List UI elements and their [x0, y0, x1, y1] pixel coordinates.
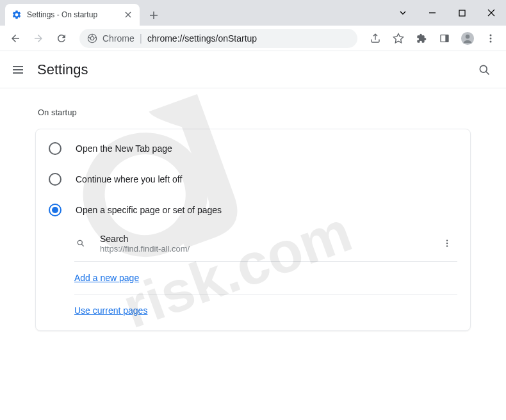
minimize-button[interactable] — [418, 0, 447, 26]
window-titlebar: Settings - On startup — [0, 0, 506, 26]
maximize-button[interactable] — [447, 0, 477, 26]
radio-label: Open the New Tab page — [76, 143, 172, 154]
close-button[interactable] — [477, 0, 506, 26]
back-button[interactable] — [5, 28, 26, 49]
forward-button[interactable] — [28, 28, 49, 49]
chrome-icon — [87, 33, 97, 44]
svg-point-2 — [90, 36, 94, 40]
startup-page-row: Search https://find.findit-all.com/ — [74, 225, 457, 262]
svg-point-11 — [78, 240, 82, 245]
bookmark-icon[interactable] — [388, 28, 409, 49]
omnibox-separator: | — [140, 33, 142, 44]
radio-specific-pages[interactable]: Open a specific page or set of pages — [36, 195, 470, 225]
radio-continue[interactable]: Continue where you left off — [36, 164, 470, 195]
radio-icon — [49, 173, 61, 186]
radio-label: Open a specific page or set of pages — [76, 205, 222, 215]
radio-icon — [49, 142, 61, 155]
extensions-icon[interactable] — [411, 28, 432, 49]
browser-toolbar: Chrome | chrome://settings/onStartup — [0, 26, 506, 51]
svg-point-12 — [446, 239, 448, 241]
browser-tab[interactable]: Settings - On startup — [5, 4, 140, 26]
svg-point-13 — [446, 243, 448, 244]
address-bar[interactable]: Chrome | chrome://settings/onStartup — [79, 29, 357, 48]
section-title: On startup — [35, 101, 471, 129]
hamburger-icon[interactable] — [10, 62, 26, 77]
gear-icon — [12, 10, 22, 20]
menu-icon[interactable] — [480, 28, 501, 49]
sidepanel-icon[interactable] — [434, 28, 455, 49]
profile-icon[interactable] — [457, 28, 478, 49]
use-current-row: Use current pages — [74, 295, 457, 327]
svg-point-9 — [490, 40, 492, 42]
page-title: Settings — [37, 61, 88, 78]
new-tab-button[interactable] — [145, 6, 163, 24]
svg-rect-4 — [445, 35, 448, 42]
use-current-link[interactable]: Use current pages — [74, 305, 147, 316]
startup-pages-list: Search https://find.findit-all.com/ Add … — [74, 225, 457, 327]
add-page-row: Add a new page — [74, 262, 457, 295]
radio-new-tab[interactable]: Open the New Tab page — [36, 133, 470, 164]
svg-point-14 — [446, 245, 448, 246]
settings-header: Settings — [0, 51, 506, 88]
omnibox-url: chrome://settings/onStartup — [147, 33, 257, 44]
chevron-down-icon[interactable] — [388, 0, 418, 26]
omnibox-scheme: Chrome — [102, 33, 135, 44]
svg-point-7 — [490, 34, 492, 36]
svg-rect-0 — [459, 10, 465, 16]
magnifier-icon — [74, 237, 87, 250]
tab-title: Settings - On startup — [27, 10, 118, 19]
search-icon[interactable] — [473, 58, 496, 81]
settings-content: On startup Open the New Tab page Continu… — [0, 88, 506, 344]
add-page-link[interactable]: Add a new page — [74, 273, 139, 283]
more-icon[interactable] — [437, 233, 457, 254]
svg-point-6 — [466, 35, 469, 38]
page-info: Search https://find.findit-all.com/ — [100, 234, 437, 254]
window-controls — [388, 0, 506, 26]
radio-label: Continue where you left off — [76, 174, 182, 184]
page-name: Search — [100, 234, 437, 244]
startup-card: Open the New Tab page Continue where you… — [35, 129, 471, 331]
reload-button[interactable] — [51, 28, 72, 49]
radio-icon — [49, 204, 61, 216]
close-tab-icon[interactable] — [123, 10, 133, 20]
svg-point-10 — [480, 65, 487, 72]
page-url: https://find.findit-all.com/ — [100, 244, 437, 254]
svg-point-8 — [490, 37, 492, 39]
share-icon[interactable] — [365, 28, 386, 49]
